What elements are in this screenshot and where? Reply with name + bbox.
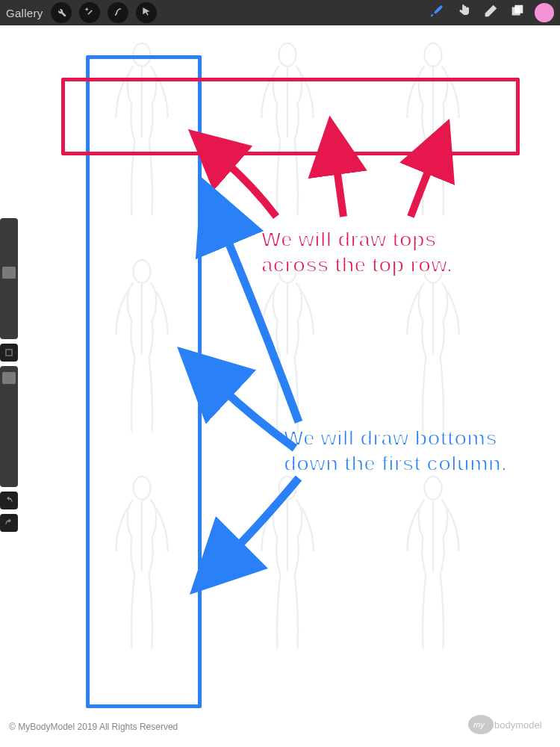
adjustments-button[interactable] bbox=[79, 2, 100, 23]
footer-logo: my bodymodel bbox=[467, 714, 550, 738]
svg-rect-4 bbox=[6, 350, 12, 356]
annotation-bottoms: We will draw bottoms down the first colu… bbox=[284, 426, 515, 476]
brush-icon bbox=[429, 3, 445, 22]
eraser-icon bbox=[482, 3, 499, 22]
croquis-figure bbox=[388, 257, 478, 444]
layers-icon bbox=[509, 3, 526, 22]
modify-button[interactable] bbox=[0, 344, 18, 362]
croquis-figure bbox=[243, 474, 332, 660]
gallery-link[interactable]: Gallery bbox=[6, 7, 43, 19]
eraser-button[interactable] bbox=[481, 3, 500, 22]
color-swatch[interactable] bbox=[535, 3, 554, 22]
croquis-figure bbox=[243, 257, 332, 444]
wand-icon bbox=[84, 6, 96, 20]
transform-button[interactable] bbox=[136, 2, 157, 23]
layers-button[interactable] bbox=[508, 3, 527, 22]
croquis-figure bbox=[388, 474, 478, 660]
finger-icon bbox=[455, 3, 472, 22]
s-curve-icon bbox=[112, 6, 124, 20]
wrench-icon bbox=[55, 6, 67, 20]
square-icon bbox=[4, 347, 14, 358]
toolbar: Gallery bbox=[0, 0, 560, 25]
svg-text:my: my bbox=[473, 720, 485, 729]
pointer-icon bbox=[140, 6, 152, 20]
actions-button[interactable] bbox=[51, 2, 72, 23]
smudge-button[interactable] bbox=[454, 3, 473, 22]
canvas[interactable]: We will draw tops across the top row. We… bbox=[0, 25, 560, 747]
brush-size-slider[interactable] bbox=[0, 218, 18, 339]
footer-copyright: © MyBodyModel 2019 All Rights Reserved bbox=[9, 722, 178, 732]
pink-row-highlight bbox=[61, 78, 520, 155]
side-panel bbox=[0, 218, 18, 592]
redo-icon bbox=[4, 518, 14, 528]
brush-button[interactable] bbox=[427, 3, 447, 22]
slider-thumb[interactable] bbox=[2, 372, 16, 384]
undo-button[interactable] bbox=[0, 492, 18, 509]
opacity-slider[interactable] bbox=[0, 366, 18, 487]
slider-thumb[interactable] bbox=[2, 267, 16, 279]
svg-text:bodymodel: bodymodel bbox=[494, 719, 542, 731]
annotation-tops: We will draw tops across the top row. bbox=[261, 227, 508, 277]
redo-button[interactable] bbox=[0, 514, 18, 532]
undo-icon bbox=[4, 495, 14, 506]
selection-button[interactable] bbox=[108, 2, 128, 23]
